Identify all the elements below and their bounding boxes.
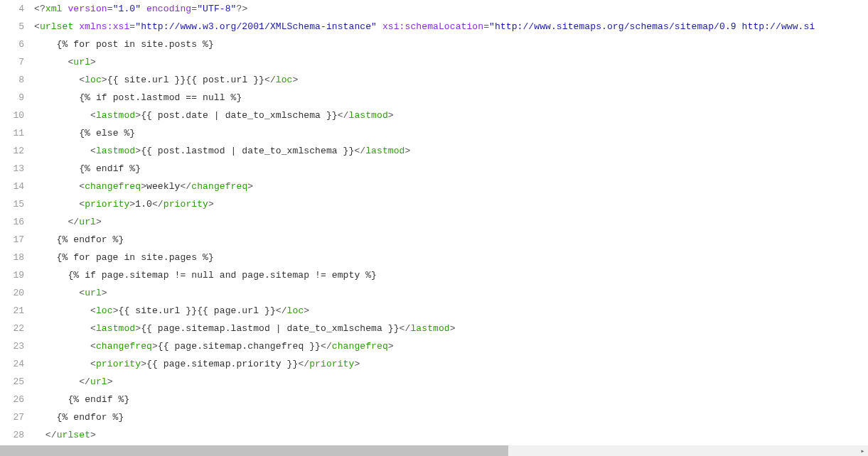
- token-tag: lastmod: [96, 323, 135, 334]
- token-tag: changefreq: [332, 341, 388, 352]
- token-text: weekly: [146, 181, 180, 192]
- token-punc: >: [450, 323, 456, 334]
- code-line[interactable]: 7 <url>: [0, 53, 857, 71]
- line-number: 5: [0, 18, 34, 36]
- token-punc: >: [208, 199, 214, 210]
- code-line[interactable]: 12 <lastmod>{{ post.lastmod | date_to_xm…: [0, 142, 857, 160]
- indent: [34, 412, 57, 423]
- token-tag: changefreq: [96, 341, 152, 352]
- code-content[interactable]: </url>: [34, 373, 857, 391]
- line-number: 6: [0, 36, 34, 53]
- code-content[interactable]: {% endif %}: [34, 160, 857, 178]
- code-content[interactable]: {% endfor %}: [34, 408, 857, 426]
- code-content[interactable]: </url>: [34, 213, 857, 231]
- code-line[interactable]: 11 {% else %}: [0, 124, 857, 142]
- horizontal-scrollbar-track[interactable]: [0, 445, 857, 456]
- code-line[interactable]: 21 <loc>{{ site.url }}{{ page.url }}</lo…: [0, 302, 857, 320]
- token-tag: lastmod: [96, 146, 135, 156]
- token-attr: xmlns:xsi: [79, 21, 129, 32]
- code-content[interactable]: {% for page in site.pages %}: [34, 249, 857, 266]
- code-content[interactable]: {% else %}: [34, 124, 857, 142]
- token-tag: urlset: [57, 430, 90, 440]
- code-line[interactable]: 19 {% if page.sitemap != null and page.s…: [0, 266, 857, 284]
- code-content[interactable]: {% if post.lastmod == null %}: [34, 89, 857, 107]
- token-attr: xsi:schemaLocation: [377, 21, 483, 32]
- code-line[interactable]: 4<?xml version="1.0" encoding="UTF-8"?>: [0, 0, 857, 18]
- code-line[interactable]: 14 <changefreq>weekly</changefreq>: [0, 178, 857, 195]
- line-number: 13: [0, 160, 34, 178]
- code-line[interactable]: 5<urlset xmlns:xsi="http://www.w3.org/20…: [0, 18, 857, 36]
- code-content[interactable]: {% for post in site.posts %}: [34, 36, 857, 53]
- code-line[interactable]: 27 {% endfor %}: [0, 408, 857, 426]
- code-line[interactable]: 24 <priority>{{ page.sitemap.priority }}…: [0, 355, 857, 373]
- code-content[interactable]: <changefreq>weekly</changefreq>: [34, 178, 857, 195]
- code-line[interactable]: 17 {% endfor %}: [0, 231, 857, 249]
- token-punc: <: [90, 146, 96, 156]
- code-content[interactable]: <url>: [34, 53, 857, 71]
- code-line[interactable]: 8 <loc>{{ site.url }}{{ post.url }}</loc…: [0, 71, 857, 89]
- code-line[interactable]: 15 <priority>1.0</priority>: [0, 195, 857, 213]
- code-line[interactable]: 9 {% if post.lastmod == null %}: [0, 89, 857, 107]
- indent: [34, 163, 79, 174]
- code-content[interactable]: <lastmod>{{ post.lastmod | date_to_xmlsc…: [34, 142, 857, 160]
- code-line[interactable]: 23 <changefreq>{{ page.sitemap.changefre…: [0, 337, 857, 355]
- line-number: 21: [0, 302, 34, 320]
- token-tag: url: [85, 288, 102, 298]
- code-line[interactable]: 20 <url>: [0, 284, 857, 302]
- code-line[interactable]: 22 <lastmod>{{ page.sitemap.lastmod | da…: [0, 320, 857, 337]
- token-punc: <: [90, 110, 96, 121]
- code-content[interactable]: <changefreq>{{ page.sitemap.changefreq }…: [34, 337, 857, 355]
- indent: [34, 430, 45, 440]
- token-tag: lastmod: [410, 323, 449, 334]
- code-line[interactable]: 16 </url>: [0, 213, 857, 231]
- token-text: {{ post.lastmod | date_to_xmlschema }}: [141, 146, 354, 156]
- line-number: 22: [0, 320, 34, 337]
- token-punc: <: [90, 323, 96, 334]
- line-number: 18: [0, 249, 34, 266]
- code-content[interactable]: <lastmod>{{ post.date | date_to_xmlschem…: [34, 107, 857, 124]
- token-punc: </: [79, 376, 90, 387]
- indent: [34, 323, 90, 334]
- code-content[interactable]: <priority>{{ page.sitemap.priority }}</p…: [34, 355, 857, 373]
- indent: [34, 181, 79, 192]
- token-attr: encoding: [141, 4, 191, 14]
- token-punc: >: [107, 376, 113, 387]
- code-content[interactable]: <url>: [34, 284, 857, 302]
- code-line[interactable]: 10 <lastmod>{{ post.date | date_to_xmlsc…: [0, 107, 857, 124]
- token-punc: </: [276, 305, 287, 316]
- code-line[interactable]: 26 {% endif %}: [0, 391, 857, 408]
- token-tag: url: [79, 217, 96, 227]
- line-number: 26: [0, 391, 34, 408]
- code-content[interactable]: {% endfor %}: [34, 231, 857, 249]
- scroll-right-arrow-icon[interactable]: ▸: [857, 445, 868, 456]
- token-str: "http://www.sitemaps.org/schemas/sitemap…: [489, 21, 815, 32]
- line-number: 10: [0, 107, 34, 124]
- code-content[interactable]: {% if page.sitemap != null and page.site…: [34, 266, 857, 284]
- code-line[interactable]: 13 {% endif %}: [0, 160, 857, 178]
- code-content[interactable]: <priority>1.0</priority>: [34, 195, 857, 213]
- code-content[interactable]: <?xml version="1.0" encoding="UTF-8"?>: [34, 0, 857, 18]
- token-punc: <: [90, 305, 96, 316]
- token-tag: priority: [85, 199, 129, 210]
- indent: [34, 217, 68, 227]
- token-punc: <: [79, 288, 85, 298]
- code-line[interactable]: 28 </urlset>: [0, 426, 857, 444]
- code-editor[interactable]: 4<?xml version="1.0" encoding="UTF-8"?>5…: [0, 0, 857, 445]
- token-punc: =: [191, 4, 197, 14]
- code-content[interactable]: <loc>{{ site.url }}{{ page.url }}</loc>: [34, 302, 857, 320]
- code-content[interactable]: {% endif %}: [34, 391, 857, 408]
- token-text: {% for post in site.posts %}: [57, 39, 214, 50]
- code-content[interactable]: </urlset>: [34, 426, 857, 444]
- token-punc: =: [107, 4, 113, 14]
- horizontal-scrollbar-thumb[interactable]: [0, 445, 508, 456]
- vertical-scrollbar-area: [857, 0, 868, 445]
- line-number: 17: [0, 231, 34, 249]
- indent: [34, 57, 68, 67]
- line-number: 15: [0, 195, 34, 213]
- code-line[interactable]: 6 {% for post in site.posts %}: [0, 36, 857, 53]
- code-line[interactable]: 25 </url>: [0, 373, 857, 391]
- code-content[interactable]: <urlset xmlns:xsi="http://www.w3.org/200…: [34, 18, 857, 36]
- code-content[interactable]: <loc>{{ site.url }}{{ post.url }}</loc>: [34, 71, 857, 89]
- code-content[interactable]: <lastmod>{{ page.sitemap.lastmod | date_…: [34, 320, 857, 337]
- code-line[interactable]: 18 {% for page in site.pages %}: [0, 249, 857, 266]
